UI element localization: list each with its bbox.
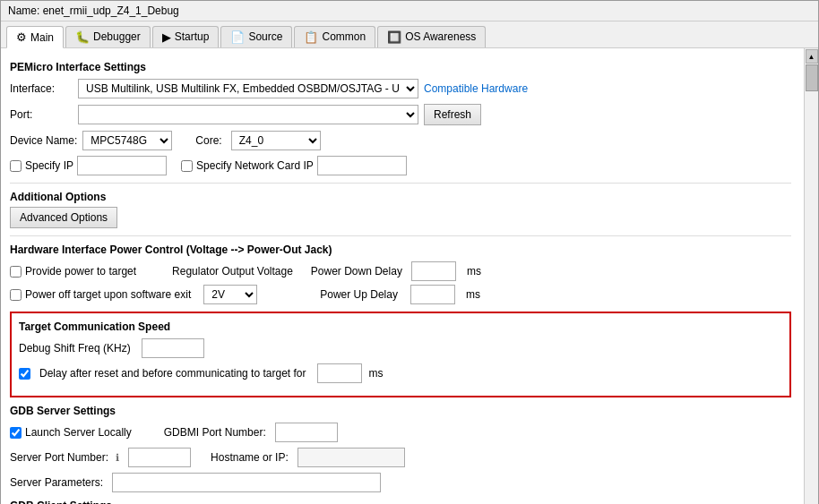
- power-row-1: Provide power to target Regulator Output…: [10, 261, 791, 281]
- main-window: Name: enet_rmii_udp_Z4_1_Debug ⚙ Main 🐛 …: [0, 0, 819, 504]
- server-params-label: Server Parameters:: [10, 476, 103, 489]
- debug-shift-row: Debug Shift Freq (KHz) 5000: [19, 338, 782, 358]
- server-port-row: Server Port Number: ℹ 7224 Hostname or I…: [10, 448, 791, 467]
- divider-2: [10, 235, 791, 236]
- specify-ip-checkbox[interactable]: [10, 160, 22, 172]
- debug-shift-input[interactable]: 5000: [142, 338, 204, 358]
- target-comm-label: Target Communication Speed: [19, 320, 782, 333]
- power-up-value[interactable]: 1000: [410, 285, 455, 304]
- power-down-delay-label: Power Down Delay: [311, 265, 402, 278]
- power-control-label: Hardware Interface Power Control (Voltag…: [10, 243, 791, 256]
- delay-value[interactable]: 250: [317, 363, 362, 383]
- tab-startup-label: Startup: [175, 30, 210, 43]
- refresh-button[interactable]: Refresh: [424, 104, 481, 125]
- device-core-row: Device Name: MPC5748G Core: Z4_0: [10, 131, 791, 150]
- gdb-server-label: GDB Server Settings: [10, 405, 791, 417]
- divider-1: [10, 183, 791, 184]
- hostname-input[interactable]: localhost: [297, 448, 405, 467]
- name-label: Name:: [8, 4, 39, 17]
- core-select[interactable]: Z4_0: [231, 131, 321, 150]
- content-inner: PEMicro Interface Settings Interface: US…: [10, 61, 809, 504]
- additional-options-label: Additional Options: [10, 191, 791, 203]
- power-up-unit: ms: [466, 288, 480, 301]
- tab-debugger-label: Debugger: [93, 30, 141, 43]
- server-params-input[interactable]: [112, 473, 381, 492]
- launch-server-row: Launch Server Locally GDBMI Port Number:…: [10, 423, 791, 442]
- provide-power-row: Provide power to target: [10, 265, 136, 278]
- gdb-client-label: GDB Client Settings: [10, 500, 791, 504]
- specify-network-card-checkbox[interactable]: [181, 160, 193, 172]
- source-tab-icon: 📄: [230, 30, 245, 44]
- gdbmi-port-label: GDBMI Port Number:: [164, 426, 266, 439]
- pemicro-section-label: PEMicro Interface Settings: [10, 61, 791, 73]
- specify-network-card-label: Specify Network Card IP: [196, 159, 314, 172]
- common-tab-icon: 📋: [304, 30, 318, 44]
- compatible-hardware-link[interactable]: Compatible Hardware: [424, 82, 528, 95]
- launch-server-checkbox-row: Launch Server Locally: [10, 426, 132, 439]
- tab-debugger[interactable]: 🐛 Debugger: [65, 26, 151, 47]
- server-port-info-icon: ℹ: [116, 452, 119, 464]
- startup-tab-icon: ▶: [162, 30, 171, 44]
- interface-select[interactable]: USB Multilink, USB Multilink FX, Embedde…: [78, 79, 418, 98]
- content-area: PEMicro Interface Settings Interface: US…: [1, 48, 818, 504]
- port-select[interactable]: [78, 105, 418, 124]
- specify-network-card-row: Specify Network Card IP: [181, 156, 407, 175]
- tab-os-awareness[interactable]: 🔲 OS Awareness: [377, 26, 486, 47]
- hostname-label: Hostname or IP:: [211, 451, 289, 464]
- debugger-tab-icon: 🐛: [75, 30, 90, 44]
- voltage-select[interactable]: 2V: [203, 285, 257, 304]
- scroll-thumb[interactable]: [806, 64, 818, 91]
- delay-unit: ms: [369, 367, 384, 380]
- advanced-options-button[interactable]: Advanced Options: [10, 207, 117, 228]
- power-down-value[interactable]: 250: [411, 261, 456, 281]
- power-off-label: Power off target upon software exit: [25, 288, 191, 301]
- tab-common[interactable]: 📋 Common: [294, 26, 375, 47]
- interface-label: Interface:: [10, 82, 73, 95]
- delay-label: Delay after reset and before communicati…: [39, 367, 306, 380]
- power-off-checkbox[interactable]: [10, 289, 22, 301]
- specify-ip-checkbox-row: Specify IP: [10, 156, 167, 175]
- os-tab-icon: 🔲: [387, 30, 401, 44]
- core-label: Core:: [195, 134, 221, 147]
- specify-ip-label: Specify IP: [25, 159, 73, 172]
- gdb-server-section: GDB Server Settings Launch Server Locall…: [10, 405, 791, 492]
- provide-power-checkbox[interactable]: [10, 266, 22, 278]
- server-params-row: Server Parameters:: [10, 473, 791, 492]
- power-off-row: Power off target upon software exit: [10, 288, 191, 301]
- scrollbar[interactable]: ▲ ▼: [804, 48, 818, 504]
- server-port-label: Server Port Number:: [10, 451, 108, 464]
- device-name-label: Device Name:: [10, 134, 77, 147]
- gdbmi-port-input[interactable]: 6224: [275, 423, 338, 442]
- gdb-client-section: GDB Client Settings: [10, 500, 791, 504]
- tab-startup[interactable]: ▶ Startup: [152, 26, 220, 47]
- provide-power-label: Provide power to target: [25, 265, 136, 278]
- delay-checkbox[interactable]: [19, 368, 30, 380]
- launch-server-checkbox[interactable]: [10, 427, 22, 439]
- tab-source[interactable]: 📄 Source: [220, 26, 292, 47]
- interface-row: Interface: USB Multilink, USB Multilink …: [10, 79, 791, 98]
- server-port-input[interactable]: 7224: [128, 448, 191, 467]
- scroll-up-btn[interactable]: ▲: [806, 49, 818, 64]
- name-value: enet_rmii_udp_Z4_1_Debug: [43, 4, 179, 17]
- tab-main-label: Main: [30, 31, 54, 44]
- title-bar: Name: enet_rmii_udp_Z4_1_Debug: [1, 1, 818, 21]
- target-comm-section: Target Communication Speed Debug Shift F…: [10, 312, 791, 397]
- tab-common-label: Common: [322, 30, 366, 43]
- specify-ip-input[interactable]: [77, 156, 167, 175]
- tab-main[interactable]: ⚙ Main: [6, 26, 64, 48]
- regulator-label: Regulator Output Voltage: [172, 265, 293, 278]
- tab-source-label: Source: [248, 30, 282, 43]
- launch-server-label: Launch Server Locally: [25, 426, 132, 439]
- port-row: Port: Refresh: [10, 104, 791, 125]
- delay-row: Delay after reset and before communicati…: [19, 363, 782, 383]
- specify-network-card-input[interactable]: [317, 156, 407, 175]
- specify-row: Specify IP Specify Network Card IP: [10, 156, 791, 175]
- tab-bar: ⚙ Main 🐛 Debugger ▶ Startup 📄 Source 📋 C…: [1, 21, 818, 48]
- power-down-unit: ms: [467, 265, 481, 278]
- port-label: Port:: [10, 108, 73, 121]
- tab-os-label: OS Awareness: [405, 30, 476, 43]
- power-row-2: Power off target upon software exit 2V P…: [10, 285, 791, 304]
- power-up-delay-label: Power Up Delay: [320, 288, 398, 301]
- power-control-section: Hardware Interface Power Control (Voltag…: [10, 243, 791, 304]
- device-name-select[interactable]: MPC5748G: [82, 131, 172, 150]
